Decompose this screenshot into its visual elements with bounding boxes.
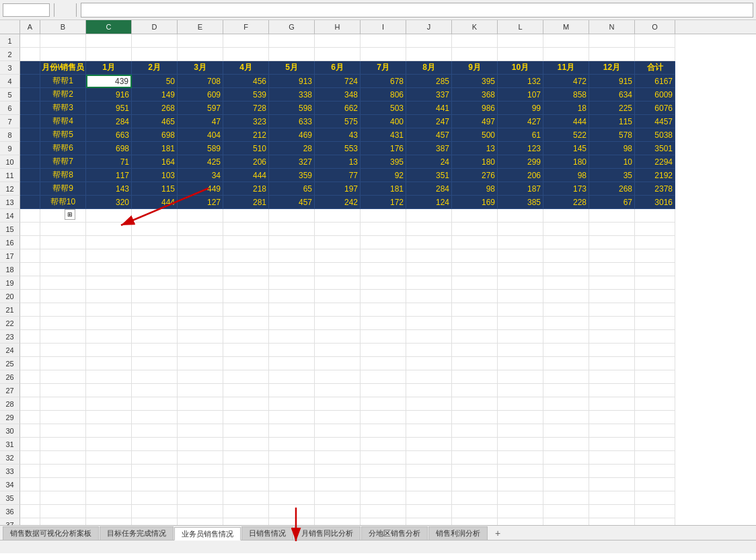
cell-C11[interactable]: 117 xyxy=(86,169,132,182)
cell-K25[interactable] xyxy=(452,357,498,370)
cell-D6[interactable]: 268 xyxy=(132,102,178,115)
cell-H25[interactable] xyxy=(315,357,361,370)
sheet-tab-3[interactable]: 日销售情况 xyxy=(241,526,293,540)
cell-C26[interactable] xyxy=(86,370,132,384)
cell-B25[interactable] xyxy=(40,357,86,370)
cell-M12[interactable]: 173 xyxy=(543,182,589,196)
cell-O14[interactable] xyxy=(635,209,675,223)
cell-I21[interactable] xyxy=(361,303,406,317)
col-header-G[interactable]: G xyxy=(269,20,315,34)
cell-O25[interactable] xyxy=(635,357,675,370)
cell-C9[interactable]: 698 xyxy=(86,142,132,155)
cell-H22[interactable] xyxy=(315,317,361,330)
cell-J13[interactable]: 124 xyxy=(406,196,452,209)
header-cell-8[interactable]: 7月 xyxy=(361,61,406,75)
cell-F28[interactable] xyxy=(223,397,269,411)
cell-G37[interactable] xyxy=(269,518,315,525)
cell-K29[interactable] xyxy=(452,411,498,424)
cell-O6[interactable]: 6076 xyxy=(635,102,675,115)
cell-N19[interactable] xyxy=(589,276,635,290)
cell-C2[interactable] xyxy=(86,48,132,61)
cell-A16[interactable] xyxy=(20,236,40,249)
cell-A29[interactable] xyxy=(20,411,40,424)
cell-L13[interactable]: 385 xyxy=(498,196,543,209)
cell-M17[interactable] xyxy=(543,249,589,263)
cell-K13[interactable]: 169 xyxy=(452,196,498,209)
cell-O32[interactable] xyxy=(635,451,675,465)
cell-J26[interactable] xyxy=(406,370,452,384)
cell-J11[interactable]: 351 xyxy=(406,169,452,182)
cell-F5[interactable]: 539 xyxy=(223,88,269,102)
cell-F19[interactable] xyxy=(223,276,269,290)
cell-M8[interactable]: 522 xyxy=(543,128,589,142)
cell-H15[interactable] xyxy=(315,223,361,236)
cell-O33[interactable] xyxy=(635,465,675,478)
cell-C31[interactable] xyxy=(86,438,132,451)
cell-M30[interactable] xyxy=(543,424,589,438)
cell-G26[interactable] xyxy=(269,370,315,384)
cell-E32[interactable] xyxy=(178,451,223,465)
cell-O11[interactable]: 2192 xyxy=(635,169,675,182)
cell-K15[interactable] xyxy=(452,223,498,236)
cell-C19[interactable] xyxy=(86,276,132,290)
cell-G14[interactable] xyxy=(269,209,315,223)
cell-A13[interactable] xyxy=(20,196,40,209)
cell-C4[interactable]: 439 xyxy=(86,75,132,88)
cell-K6[interactable]: 986 xyxy=(452,102,498,115)
cell-M5[interactable]: 858 xyxy=(543,88,589,102)
cell-E36[interactable] xyxy=(178,505,223,518)
cell-G20[interactable] xyxy=(269,290,315,303)
cell-I25[interactable] xyxy=(361,357,406,370)
cell-O15[interactable] xyxy=(635,223,675,236)
cell-I7[interactable]: 400 xyxy=(361,115,406,128)
cell-B16[interactable] xyxy=(40,236,86,249)
cell-H19[interactable] xyxy=(315,276,361,290)
cell-I2[interactable] xyxy=(361,48,406,61)
cell-I22[interactable] xyxy=(361,317,406,330)
cell-F10[interactable]: 206 xyxy=(223,155,269,169)
cell-H16[interactable] xyxy=(315,236,361,249)
cell-D20[interactable] xyxy=(132,290,178,303)
cell-D34[interactable] xyxy=(132,478,178,491)
col-header-H[interactable]: H xyxy=(315,20,361,34)
cell-N16[interactable] xyxy=(589,236,635,249)
cell-H31[interactable] xyxy=(315,438,361,451)
cell-N31[interactable] xyxy=(589,438,635,451)
cell-A32[interactable] xyxy=(20,451,40,465)
cell-A4[interactable] xyxy=(20,75,40,88)
cell-C16[interactable] xyxy=(86,236,132,249)
cell-D14[interactable] xyxy=(132,209,178,223)
cell-E8[interactable]: 404 xyxy=(178,128,223,142)
cell-L28[interactable] xyxy=(498,397,543,411)
cell-N5[interactable]: 634 xyxy=(589,88,635,102)
col-header-O[interactable]: O xyxy=(635,20,675,34)
cell-N36[interactable] xyxy=(589,505,635,518)
cell-H14[interactable] xyxy=(315,209,361,223)
cell-L23[interactable] xyxy=(498,330,543,344)
cell-N24[interactable] xyxy=(589,344,635,357)
cell-N25[interactable] xyxy=(589,357,635,370)
sheet-tab-4[interactable]: 月销售同比分析 xyxy=(294,526,361,540)
cell-A34[interactable] xyxy=(20,478,40,491)
cell-J24[interactable] xyxy=(406,344,452,357)
cell-L1[interactable] xyxy=(498,34,543,48)
cell-E15[interactable] xyxy=(178,223,223,236)
cell-F21[interactable] xyxy=(223,303,269,317)
cell-E6[interactable]: 597 xyxy=(178,102,223,115)
cell-E21[interactable] xyxy=(178,303,223,317)
cell-B32[interactable] xyxy=(40,451,86,465)
cell-K24[interactable] xyxy=(452,344,498,357)
cell-C12[interactable]: 143 xyxy=(86,182,132,196)
cell-O21[interactable] xyxy=(635,303,675,317)
cell-G12[interactable]: 65 xyxy=(269,182,315,196)
cell-N23[interactable] xyxy=(589,330,635,344)
cell-D4[interactable]: 50 xyxy=(132,75,178,88)
cell-D9[interactable]: 181 xyxy=(132,142,178,155)
cell-C17[interactable] xyxy=(86,249,132,263)
cell-K31[interactable] xyxy=(452,438,498,451)
cell-A5[interactable] xyxy=(20,88,40,102)
cell-C6[interactable]: 951 xyxy=(86,102,132,115)
cell-E30[interactable] xyxy=(178,424,223,438)
cell-A24[interactable] xyxy=(20,344,40,357)
cell-F14[interactable] xyxy=(223,209,269,223)
